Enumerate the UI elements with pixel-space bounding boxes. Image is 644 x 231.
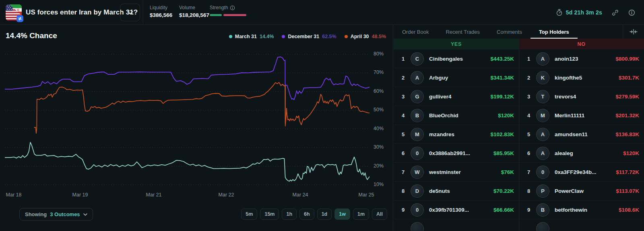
range-button-all[interactable]: All (372, 209, 387, 220)
holder-rank: 8 (527, 188, 535, 194)
yes-no-header: YES NO (394, 39, 644, 49)
holder-name[interactable]: 0x39fb701309... (429, 207, 469, 213)
range-button-6h[interactable]: 6h (299, 209, 314, 220)
holder-amount: $120K (498, 112, 514, 119)
range-button-1w[interactable]: 1w (334, 209, 350, 220)
legend-item-march-31[interactable]: March 3114.4% (229, 34, 274, 39)
avatar (411, 222, 424, 231)
holder-row[interactable]: 900x39fb701309...$66.66K (394, 200, 519, 219)
tab-top-holders[interactable]: Top Holders (530, 25, 578, 39)
holder-rank: 9 (527, 207, 535, 213)
legend-item-april-30[interactable]: April 3048.5% (345, 34, 386, 39)
holder-row[interactable]: 1CCinibengales$443.25K (394, 49, 519, 68)
holder-row[interactable]: 700xa3FF29e34b...$117.72K (519, 163, 644, 182)
holder-name[interactable]: betforthewin (555, 207, 587, 213)
holder-name[interactable]: kingofthe5 (555, 75, 582, 81)
volume-stat: Volume $18,208,567 (179, 5, 209, 18)
strength-stat: Strength (210, 5, 246, 16)
avatar: A (411, 71, 424, 84)
holder-rank: 3 (527, 94, 535, 100)
range-button-1d[interactable]: 1d (317, 209, 332, 220)
holder-amount: $136.83K (615, 131, 639, 137)
holder-row[interactable]: 1Aanoin123$800.99K (519, 49, 644, 68)
holder-name[interactable]: de5nuts (429, 188, 450, 194)
holder-row[interactable]: 600x3886ab2991...$85.95K (394, 144, 519, 163)
holder-rank: 6 (402, 150, 409, 156)
holder-name[interactable]: westminster (429, 169, 461, 175)
holder-name[interactable]: 0xa3FF29e34b... (555, 169, 597, 175)
legend-item-december-31[interactable]: December 3162.5% (282, 34, 336, 39)
info-icon[interactable] (230, 5, 235, 10)
showing-label: Showing (25, 211, 47, 217)
chevron-down-icon (83, 213, 87, 216)
holder-name[interactable]: amundsen11 (555, 131, 588, 137)
outcomes-count: 3 Outcomes (50, 211, 80, 217)
holder-row[interactable]: 4MMerlin11111$201.32K (519, 106, 644, 125)
holder-name[interactable]: 0x3886ab2991... (429, 150, 470, 156)
holder-row[interactable]: 5Aamundsen11$136.83K (519, 125, 644, 144)
holder-row[interactable]: 7Wwestminster$76K (394, 163, 519, 182)
copy-link-button[interactable] (612, 9, 619, 16)
x-tick-label: Mar 18 (6, 192, 22, 198)
range-button-5m[interactable]: 5m (241, 209, 257, 220)
avatar: B (536, 203, 549, 217)
holder-name[interactable]: gulliver4 (429, 94, 452, 100)
countdown-text: 5d 21h 3m 2s (566, 9, 602, 16)
header-divider (143, 0, 143, 25)
liquidity-value: $386,566 (150, 12, 172, 18)
holder-row[interactable]: 2Kkingofthe5$301.7K (519, 68, 644, 87)
holder-row[interactable]: 6Aalealeg$120K (519, 144, 644, 163)
y-tick-label: 20% (374, 163, 384, 169)
holder-row[interactable]: 3Ggulliver4$199.12K (394, 87, 519, 106)
time-range-selector: 5m15m1h6h1d1w1mAll (241, 209, 387, 220)
tab-order-book[interactable]: Order Book (394, 25, 437, 39)
side-panel-tabs: Order BookRecent TradesCommentsTop Holde… (394, 25, 644, 39)
tabbar-spacer (578, 25, 623, 39)
holder-row[interactable]: 4BBlueOrchid$120K (394, 106, 519, 125)
avatar: T (536, 90, 549, 103)
market-dropdown-button[interactable] (120, 4, 140, 21)
range-button-1h[interactable]: 1h (282, 209, 297, 220)
y-tick-label: 50% (374, 107, 384, 112)
legend-dot-icon (345, 35, 348, 38)
holder-name[interactable]: trevors4 (555, 94, 576, 100)
legend-name: December 31 (288, 34, 319, 39)
holder-name[interactable]: PowerClaw (555, 188, 584, 194)
holder-row[interactable]: 8Dde5nuts$70.22K (394, 182, 519, 200)
yes-holders-column: 1CCinibengales$443.25K2AArbguy$341.34K3G… (394, 49, 519, 231)
y-tick-label: 60% (374, 88, 384, 94)
market-info-button[interactable] (628, 9, 635, 16)
holder-amount: $76K (501, 169, 514, 175)
holder-name[interactable]: alealeg (555, 150, 573, 156)
holder-amount: $800.99K (615, 56, 639, 62)
holder-row[interactable]: 9Bbetforthewin$108.6K (519, 200, 644, 219)
holder-amount: $113.07K (616, 188, 639, 194)
holder-row[interactable]: 3Ttrevors4$279.59K (519, 87, 644, 106)
holder-row[interactable]: 2AArbguy$341.34K (394, 68, 519, 87)
holder-name[interactable]: anoin123 (555, 56, 578, 62)
price-chart[interactable] (5, 44, 369, 190)
holder-name[interactable]: BlueOrchid (429, 112, 458, 119)
avatar: W (411, 166, 424, 179)
holder-name[interactable]: Arbguy (429, 75, 448, 81)
holder-amount: $85.95K (493, 150, 514, 156)
holder-name[interactable]: mzandres (429, 131, 454, 137)
volume-value: $18,208,567 (179, 12, 209, 18)
holder-name[interactable]: Merlin11111 (555, 112, 584, 119)
range-button-1m[interactable]: 1m (353, 209, 369, 220)
range-button-15m[interactable]: 15m (260, 209, 279, 220)
tab-recent-trades[interactable]: Recent Trades (437, 25, 488, 39)
holder-row[interactable]: 5Mmzandres$102.83K (394, 125, 519, 144)
avatar: 0 (536, 166, 549, 179)
holder-rank: 5 (402, 131, 409, 137)
holder-name[interactable]: Cinibengales (429, 56, 463, 62)
holder-rank: 7 (402, 169, 409, 175)
y-tick-label: 40% (374, 126, 384, 131)
avatar: M (536, 109, 549, 122)
outcomes-dropdown[interactable]: Showing 3 Outcomes (19, 208, 93, 221)
holder-row[interactable]: 8PPowerClaw$113.07K (519, 182, 644, 200)
avatar: A (536, 147, 549, 160)
collapse-panel-button[interactable] (623, 25, 644, 39)
legend-name: March 31 (235, 34, 257, 39)
tab-comments[interactable]: Comments (488, 25, 530, 39)
